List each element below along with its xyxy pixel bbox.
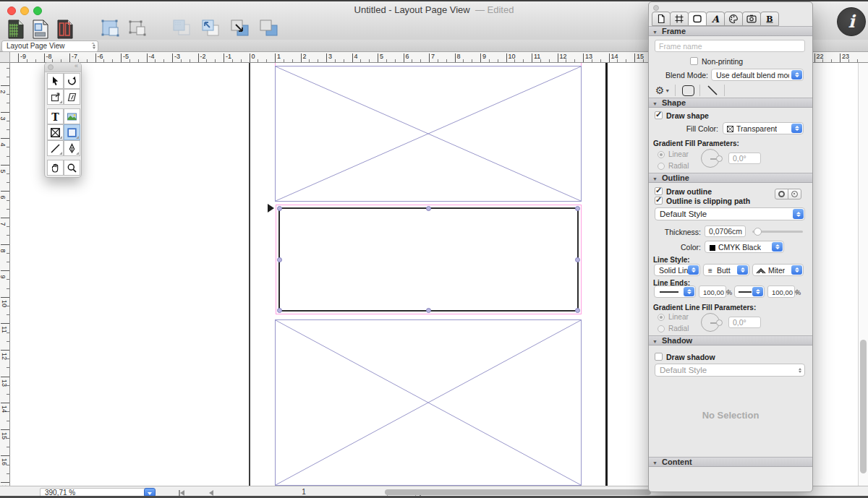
palette-close-button[interactable] <box>48 64 54 70</box>
ruler-label: 9 <box>0 275 7 279</box>
pointer-tool[interactable] <box>47 73 64 89</box>
draw-outline-checkbox[interactable] <box>655 187 663 195</box>
ruler-tick <box>198 53 199 62</box>
tab-page[interactable] <box>652 12 671 26</box>
svg-text:T: T <box>51 111 59 122</box>
resize-handle-n[interactable] <box>426 206 431 211</box>
line-tool[interactable] <box>47 140 64 156</box>
ruler-minor-tick <box>138 59 139 62</box>
no-selection-message-clipped: No Selection <box>649 489 812 492</box>
resize-handle-ne[interactable] <box>575 206 580 211</box>
line-gradient-angle-field[interactable]: 0,0° <box>728 317 761 328</box>
info-button[interactable]: i <box>837 7 866 36</box>
empty-picture-frame-bottom[interactable] <box>275 319 582 486</box>
view-mode-select[interactable]: Layout Page View ⌃ <box>1 40 98 52</box>
rectangle-tool[interactable] <box>64 124 80 140</box>
vertical-scrollbar[interactable] <box>858 63 868 486</box>
tab-color[interactable] <box>724 12 743 26</box>
gradient-angle-field[interactable]: 0,0° <box>728 153 761 164</box>
scale-tool[interactable] <box>47 89 64 105</box>
gear-menu-button[interactable]: ⚙ ▼ <box>653 84 672 97</box>
line-cap-select[interactable]: ≡ Butt <box>703 264 749 276</box>
panel-close-button[interactable] <box>653 5 659 11</box>
bring-forward-icon[interactable] <box>200 19 222 38</box>
line-shape-button[interactable] <box>704 84 721 97</box>
page-right-edge <box>605 63 608 486</box>
line-join-select[interactable]: Miter <box>752 264 804 276</box>
outline-position-inside-button[interactable] <box>788 189 801 199</box>
bring-to-front-icon[interactable] <box>258 19 280 38</box>
ruler-label: 2 <box>303 53 307 60</box>
gradient-radial-radio[interactable] <box>658 163 665 170</box>
section-header-content[interactable]: Content <box>649 457 812 467</box>
tab-text[interactable]: A <box>706 12 725 26</box>
section-header-shape[interactable]: Shape <box>649 98 812 108</box>
fill-color-select[interactable]: Transparent <box>723 122 804 134</box>
tab-image[interactable] <box>742 12 761 26</box>
line-gradient-angle-dial[interactable] <box>701 313 720 332</box>
doc-columns-icon[interactable] <box>56 20 74 39</box>
empty-frame-tool[interactable] <box>47 124 64 140</box>
ruler-minor-tick <box>857 59 858 62</box>
resize-handle-e[interactable] <box>575 257 580 262</box>
outline-color-select[interactable]: CMYK Black <box>705 241 784 253</box>
line-end-finish-select[interactable] <box>734 286 765 298</box>
ruler-label: 7 <box>0 222 7 226</box>
send-to-back-icon[interactable] <box>171 19 193 38</box>
section-header-frame[interactable]: Frame <box>649 26 812 36</box>
resize-handle-w[interactable] <box>277 257 282 262</box>
tool-palette-titlebar[interactable]: « <box>45 63 81 72</box>
thickness-field[interactable]: 0,0706cm <box>705 226 746 237</box>
shear-tool[interactable] <box>64 89 80 105</box>
gradient-angle-dial[interactable] <box>701 149 720 168</box>
tab-frame[interactable] <box>670 12 689 26</box>
zoom-tool[interactable] <box>64 160 80 176</box>
line-style-select[interactable]: Solid Line <box>654 264 700 276</box>
tab-output[interactable]: B <box>760 12 779 26</box>
resize-handle-nw[interactable] <box>277 206 282 211</box>
line-end-start-scale-field[interactable]: 100,00 % <box>699 286 726 298</box>
non-printing-checkbox[interactable] <box>690 57 698 65</box>
collapse-icon[interactable]: « <box>75 62 78 69</box>
resize-handle-se[interactable] <box>575 308 580 313</box>
selected-rectangle-frame[interactable] <box>278 207 579 312</box>
draw-shape-checkbox[interactable] <box>655 111 663 119</box>
ungroup-icon[interactable] <box>127 19 148 38</box>
line-gradient-linear-radio[interactable] <box>658 314 665 321</box>
frame-name-input[interactable]: Frame name <box>655 40 805 52</box>
line-end-start-select[interactable] <box>654 286 696 298</box>
rotate-tool[interactable] <box>64 73 80 89</box>
draw-shadow-checkbox[interactable] <box>655 353 663 361</box>
empty-picture-frame-top[interactable] <box>275 66 582 202</box>
outline-style-select[interactable]: Default Style <box>655 207 805 220</box>
section-header-outline[interactable]: Outline <box>649 173 812 183</box>
vertical-scrollbar-thumb[interactable] <box>860 340 867 473</box>
stepper-icon[interactable] <box>796 286 799 298</box>
outline-position-outside-button[interactable] <box>775 189 788 199</box>
ruler-tick <box>1 191 9 192</box>
blend-mode-select[interactable]: Use default blend mode <box>711 69 804 81</box>
gradient-linear-radio[interactable] <box>658 151 665 158</box>
thickness-slider-thumb[interactable] <box>754 228 762 236</box>
ruler-tick <box>18 53 19 62</box>
ruler-minor-tick <box>7 314 9 315</box>
outline-clipping-checkbox[interactable] <box>655 197 663 205</box>
doc-grid-icon[interactable] <box>7 20 25 39</box>
resize-handle-sw[interactable] <box>277 308 282 313</box>
section-header-shadow[interactable]: Shadow <box>649 335 812 345</box>
line-end-finish-scale-field[interactable]: 100,00 % <box>767 286 795 298</box>
rectangle-shape-button[interactable] <box>679 84 697 97</box>
ruler-tick <box>480 53 481 62</box>
send-backward-icon[interactable] <box>229 19 251 38</box>
text-tool[interactable]: T <box>47 108 64 124</box>
group-icon[interactable] <box>101 19 121 38</box>
tab-shape[interactable] <box>688 12 707 26</box>
line-gradient-radial-radio[interactable] <box>658 325 665 332</box>
stepper-icon[interactable] <box>727 286 730 298</box>
image-tool[interactable] <box>64 108 80 124</box>
doc-layout-icon[interactable] <box>32 20 49 39</box>
horizontal-scrollbar-thumb[interactable] <box>385 489 651 495</box>
pen-tool[interactable] <box>64 140 80 156</box>
resize-handle-s[interactable] <box>426 308 431 313</box>
hand-tool[interactable] <box>47 160 64 176</box>
